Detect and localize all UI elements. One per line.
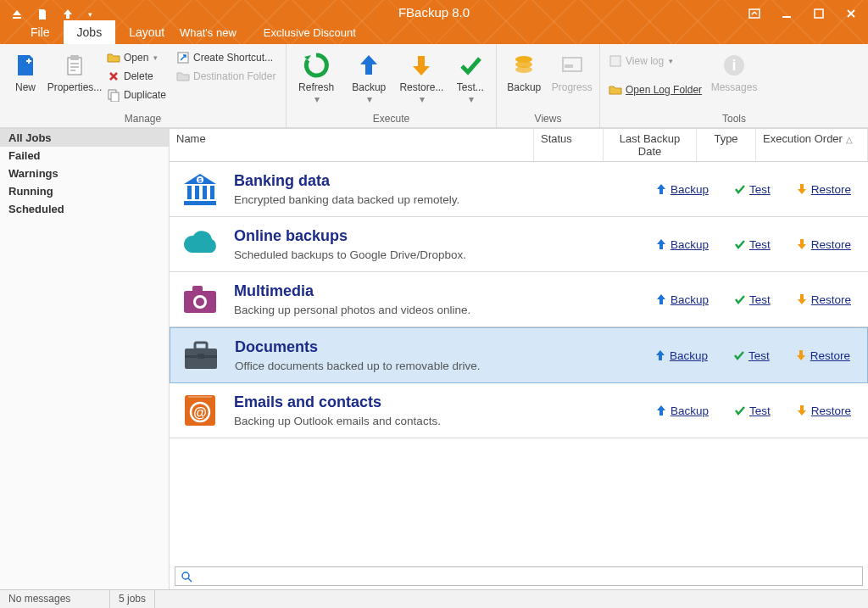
svg-rect-19 — [195, 186, 199, 199]
page-icon[interactable] — [36, 8, 49, 21]
open-log-folder-button[interactable]: Open Log Folder — [605, 81, 705, 98]
job-test-link[interactable]: Test — [734, 183, 771, 196]
whats-new-tab[interactable]: What's new — [166, 21, 250, 44]
destination-folder-button[interactable]: Destination Folder — [173, 68, 279, 85]
job-test-link[interactable]: Test — [733, 349, 770, 362]
col-name[interactable]: Name — [170, 129, 534, 161]
job-restore-link[interactable]: Restore — [796, 183, 851, 196]
sidebar-item-scheduled[interactable]: Scheduled — [0, 200, 169, 218]
create-shortcut-button[interactable]: Create Shortcut... — [173, 49, 279, 66]
sidebar-item-failed[interactable]: Failed — [0, 147, 169, 165]
group-label-views: Views — [502, 111, 594, 127]
check-icon — [734, 238, 746, 250]
properties-button[interactable]: Properties... — [49, 47, 100, 97]
job-test-link[interactable]: Test — [734, 238, 771, 251]
job-actions: BackupTestRestore — [655, 238, 858, 251]
job-row[interactable]: DocumentsOffice documents backed up to r… — [170, 327, 868, 383]
eject-icon[interactable] — [10, 8, 24, 21]
sidebar-item-all-jobs[interactable]: All Jobs — [0, 129, 169, 147]
body: All Jobs Failed Warnings Running Schedul… — [0, 129, 868, 589]
col-last-backup[interactable]: Last Backup Date — [604, 129, 697, 161]
job-test-link[interactable]: Test — [734, 404, 771, 417]
sidebar-item-warnings[interactable]: Warnings — [0, 165, 169, 182]
backup-view-button[interactable]: Backup — [502, 47, 547, 97]
svg-text:@: @ — [193, 405, 207, 420]
new-button[interactable]: New — [5, 47, 46, 97]
job-text: Emails and contactsBacking up Outlook em… — [234, 393, 642, 427]
job-actions: BackupTestRestore — [655, 293, 858, 306]
job-row[interactable]: MultimediaBacking up personal photos and… — [170, 272, 868, 327]
svg-point-26 — [196, 298, 204, 306]
info-icon: i — [720, 51, 748, 80]
ribbon: New Properties... Open▾ Delete Duplicate — [0, 44, 868, 129]
qat-dropdown-icon[interactable]: ▾ — [88, 10, 92, 19]
job-actions: BackupTestRestore — [654, 349, 857, 362]
svg-rect-20 — [203, 186, 207, 199]
ribbon-group-tools: View log▾ Open Log Folder i Messages Too… — [600, 44, 868, 127]
cloud-icon — [180, 226, 220, 263]
upload-icon[interactable] — [61, 8, 75, 21]
job-backup-link[interactable]: Backup — [655, 183, 709, 196]
job-text: Online backupsScheduled backups to Googl… — [234, 227, 642, 261]
delete-button[interactable]: Delete — [103, 68, 170, 85]
tab-layout[interactable]: Layout — [115, 20, 178, 44]
col-exec-order[interactable]: Execution Order △ — [756, 129, 868, 161]
column-headers: Name Status Last Backup Date Type Execut… — [170, 129, 868, 162]
ribbon-collapse-icon[interactable] — [746, 5, 763, 22]
maximize-icon[interactable] — [810, 5, 827, 22]
job-row[interactable]: Online backupsScheduled backups to Googl… — [170, 217, 868, 272]
svg-rect-24 — [192, 286, 203, 293]
new-icon — [11, 51, 40, 80]
job-restore-link[interactable]: Restore — [796, 238, 851, 251]
job-desc: Encrypted banking data backed up remotel… — [234, 193, 642, 206]
main-panel: Name Status Last Backup Date Type Execut… — [170, 129, 868, 589]
job-restore-link[interactable]: Restore — [796, 404, 851, 417]
duplicate-button[interactable]: Duplicate — [103, 86, 170, 103]
briefcase-icon — [181, 337, 221, 374]
window-controls — [746, 5, 860, 22]
job-row[interactable]: $Banking dataEncrypted banking data back… — [170, 162, 868, 217]
chevron-down-icon: ▾ — [669, 57, 673, 65]
svg-rect-2 — [815, 9, 823, 18]
exclusive-discount-tab[interactable]: Exclusive Discount — [250, 21, 370, 44]
chevron-down-icon: ▾ — [153, 53, 158, 62]
search-bar[interactable] — [175, 566, 863, 586]
col-status[interactable]: Status — [534, 129, 604, 161]
close-icon[interactable] — [843, 5, 860, 22]
sidebar-item-running[interactable]: Running — [0, 182, 169, 200]
search-input[interactable] — [198, 570, 857, 583]
open-button[interactable]: Open▾ — [103, 49, 170, 66]
chevron-down-icon: ▾ — [314, 93, 320, 105]
restore-button[interactable]: Restore...▾ — [397, 47, 446, 109]
job-backup-link[interactable]: Backup — [655, 293, 709, 306]
test-button[interactable]: Test...▾ — [450, 47, 492, 109]
messages-button[interactable]: i Messages — [709, 47, 760, 97]
view-log-button[interactable]: View log▾ — [605, 53, 705, 70]
chevron-down-icon: ▾ — [420, 93, 425, 105]
minimize-icon[interactable] — [778, 5, 795, 22]
col-type[interactable]: Type — [697, 129, 756, 161]
job-row[interactable]: @Emails and contactsBacking up Outlook e… — [170, 383, 868, 438]
arrow-up-icon — [654, 349, 666, 361]
job-restore-link[interactable]: Restore — [796, 293, 851, 306]
group-label-manage: Manage — [5, 111, 281, 127]
tab-file[interactable]: File — [17, 20, 64, 44]
job-backup-link[interactable]: Backup — [654, 349, 708, 362]
restore-arrow-icon — [407, 51, 436, 80]
job-test-link[interactable]: Test — [734, 293, 771, 306]
refresh-button[interactable]: Refresh▾ — [292, 47, 341, 109]
job-backup-link[interactable]: Backup — [655, 404, 709, 417]
job-restore-link[interactable]: Restore — [795, 349, 850, 362]
tab-jobs[interactable]: Jobs — [64, 20, 116, 44]
shortcut-icon — [176, 51, 190, 64]
promo-tabs: What's new Exclusive Discount — [166, 21, 370, 44]
folder-icon — [176, 70, 190, 83]
sort-asc-icon: △ — [846, 135, 853, 144]
backup-button[interactable]: Backup▾ — [344, 47, 393, 109]
job-backup-link[interactable]: Backup — [655, 238, 709, 251]
job-text: Banking dataEncrypted banking data backe… — [234, 172, 642, 206]
job-title: Documents — [235, 338, 641, 356]
ribbon-tabs: File Jobs Layout — [17, 20, 178, 44]
svg-rect-1 — [782, 16, 791, 18]
progress-view-button[interactable]: Progress — [550, 47, 595, 97]
